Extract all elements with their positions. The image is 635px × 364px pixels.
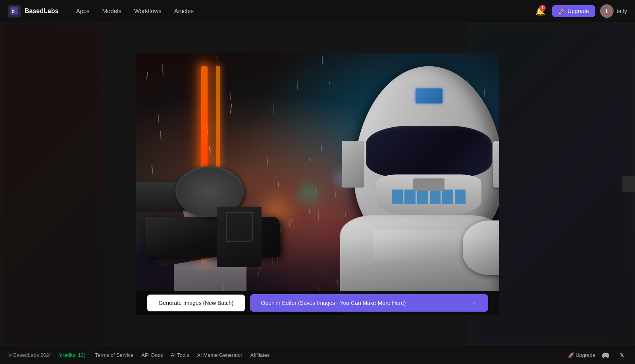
arrow-icon: → [471,299,477,307]
grill-line-1 [392,190,403,204]
nav-articles[interactable]: Articles [169,5,198,17]
user-section: t taffy [600,4,627,18]
footer-api-docs[interactable]: API Docs [141,352,163,358]
generate-button[interactable]: Generate Images (New Batch) [147,294,245,312]
nav-links: Apps Models Workflows Articles [71,5,533,17]
ear-piece-left [342,141,364,188]
navbar: b BasedLabs Apps Models Workflows Articl… [0,0,635,22]
open-editor-button[interactable]: Open in Editor (Saves Images - You Can M… [250,294,488,312]
grill-line-6 [455,190,466,204]
user-name: taffy [617,8,627,14]
nav-models[interactable]: Models [98,5,126,17]
scroll-dots-icon: ⋯ [626,181,631,187]
helmet-visor [366,126,492,178]
svg-text:b: b [12,8,15,14]
chest-panel [373,230,471,260]
scroll-indicator: ⋯ [622,176,635,192]
mouth-grill [392,189,466,205]
notification-button[interactable]: 🔔 1 [533,4,547,18]
rocket-icon: 🚀 [558,8,565,14]
grill-line-5 [442,190,453,204]
grill-line-3 [417,190,428,204]
action-bar: Generate Images (New Batch) Open in Edit… [136,291,499,315]
discord-button[interactable] [600,350,611,361]
image-container: Generate Images (New Batch) Open in Edit… [136,53,499,315]
open-editor-label: Open in Editor (Saves Images - You Can M… [261,300,406,306]
grill-line-2 [404,190,416,204]
footer-meme-gen[interactable]: AI Meme Generator [197,352,242,358]
brand-logo[interactable]: b BasedLabs [8,5,58,17]
blaster-weapon [136,145,336,289]
footer-affiliates[interactable]: Affiliates [250,352,270,358]
user-avatar[interactable]: t [600,4,614,18]
trigger-guard [226,212,253,242]
footer-terms[interactable]: Terms of Service [95,352,133,358]
credits-text: (credits: 13) [58,352,86,358]
nav-apps[interactable]: Apps [71,5,94,17]
helmet-indicator [416,88,443,103]
upgrade-button[interactable]: 🚀 Upgrade [552,5,595,17]
footer-ai-tools[interactable]: AI Tools [171,352,189,358]
logo-icon: b [8,5,21,17]
nose-vent [413,178,444,191]
bg-blur-left [0,22,105,346]
grill-line-4 [430,190,441,204]
main-content: ⋯ [0,22,635,346]
nav-workflows[interactable]: Workflows [129,5,166,17]
footer-upgrade-button[interactable]: 🚀 Upgrade [568,352,595,358]
helmet-mouth-area [376,174,481,215]
ear-piece [493,141,499,188]
footer-right: 🚀 Upgrade 𝕏 [568,350,627,361]
footer: © BasedLabs 2024 (credits: 13) Terms of … [0,346,635,364]
brand-name: BasedLabs [25,8,58,15]
scene-background [136,53,499,315]
x-twitter-button[interactable]: 𝕏 [616,350,627,361]
shoulder-armor [463,220,499,275]
footer-links: Terms of Service API Docs AI Tools AI Me… [95,352,568,358]
copyright-text: © BasedLabs 2024 [8,352,52,358]
main-image [136,53,499,315]
bg-blur-image-left [0,22,105,346]
notification-badge: 1 [539,5,546,11]
nav-right: 🔔 1 🚀 Upgrade t taffy [533,4,627,18]
